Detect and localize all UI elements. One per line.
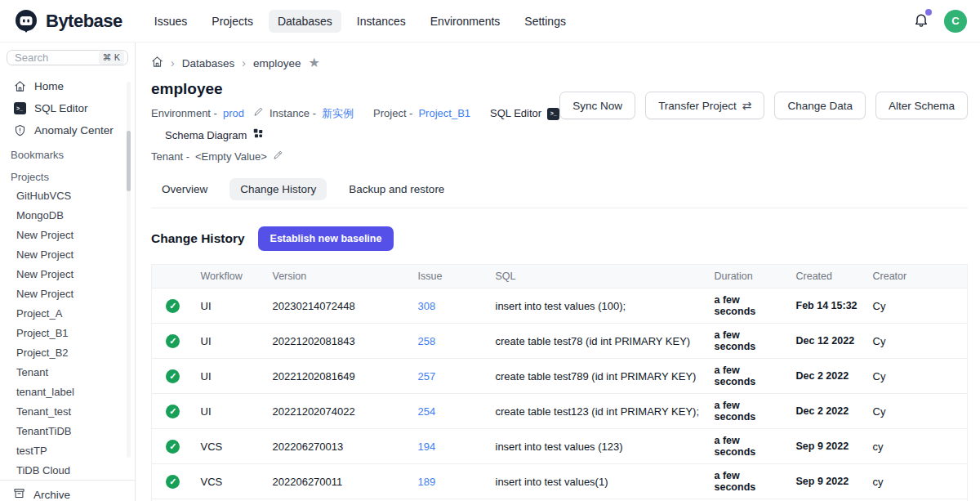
history-row[interactable]: ✓ VCS 202206270013 194 insert into test … — [152, 429, 968, 464]
sidebar-project-item[interactable]: Tenant — [0, 362, 135, 382]
breadcrumb-employee[interactable]: employee — [253, 57, 301, 69]
project-list: GitHubVCSMongoDBNew ProjectNew ProjectNe… — [0, 186, 135, 480]
history-row[interactable]: ✓ UI 20230214072448 308 insert into test… — [152, 289, 968, 324]
project-link[interactable]: Project_B1 — [418, 105, 470, 122]
creator-cell: cy — [866, 429, 968, 464]
issue-link[interactable]: 194 — [418, 441, 436, 453]
projects-section-label: Projects — [0, 163, 135, 186]
column-creator[interactable]: Creator — [866, 265, 968, 289]
tab-overview[interactable]: Overview — [151, 178, 218, 200]
nav-item-databases[interactable]: Databases — [269, 10, 341, 33]
sidebar-project-item[interactable]: testTP — [0, 441, 135, 460]
nav-item-settings[interactable]: Settings — [515, 10, 575, 33]
sql-cell: insert into test values (123) — [489, 429, 708, 464]
user-avatar[interactable]: C — [944, 10, 967, 33]
page-title: employee — [151, 80, 559, 98]
history-row[interactable]: ✓ UI 20221202081649 257 create table tes… — [152, 359, 968, 394]
sync-now-button[interactable]: Sync Now — [559, 92, 635, 119]
history-row[interactable]: ✓ UI 20221202074022 254 create table tes… — [152, 394, 968, 429]
created-cell: Dec 2 2022 — [790, 394, 866, 429]
version-cell: 20221202081843 — [266, 324, 412, 359]
success-check-icon: ✓ — [166, 405, 180, 418]
column-duration[interactable]: Duration — [708, 265, 790, 289]
environment-link[interactable]: prod — [223, 105, 244, 122]
nav-item-instances[interactable]: Instances — [348, 10, 415, 33]
sidebar-project-item[interactable]: Project_A — [0, 303, 135, 323]
tab-change-history[interactable]: Change History — [229, 178, 327, 200]
pen-icon — [253, 105, 264, 122]
sidebar-project-item[interactable]: TenantTiDB — [0, 421, 135, 441]
issue-link[interactable]: 308 — [418, 300, 436, 312]
transfer-project-button[interactable]: Transfer Project⇄ — [645, 92, 764, 119]
sql-cell: create table test78 (id int PRIMARY KEY) — [489, 324, 708, 359]
sidebar-project-item[interactable]: TiDB Cloud — [0, 460, 135, 480]
nav-item-environments[interactable]: Environments — [421, 10, 510, 33]
edit-pencil-icon[interactable] — [273, 149, 283, 165]
notification-bell-icon[interactable] — [913, 11, 929, 31]
project-label: Project - — [373, 105, 412, 122]
workflow-cell: VCS — [194, 429, 266, 464]
terminal-icon[interactable]: >_ — [547, 108, 559, 120]
sidebar-project-item[interactable]: New Project — [0, 284, 135, 303]
main-nav: Issues Projects Databases Instances Envi… — [145, 10, 575, 33]
column-sql[interactable]: SQL — [489, 265, 708, 289]
column-version[interactable]: Version — [266, 265, 412, 289]
sidebar-project-item[interactable]: tenant_label — [0, 382, 135, 401]
bytebase-logo[interactable]: Bytebase — [13, 8, 122, 34]
history-row[interactable]: ✓ VCS 202206270011 189 insert into test … — [152, 464, 968, 499]
issue-link[interactable]: 254 — [418, 405, 436, 418]
nav-item-issues[interactable]: Issues — [145, 10, 196, 33]
search-placeholder: Search — [15, 51, 99, 64]
sidebar-item-sql-editor[interactable]: >_ SQL Editor — [0, 97, 135, 119]
version-cell: 202206270013 — [266, 429, 412, 464]
sidebar-project-item[interactable]: MongoDB — [0, 205, 135, 225]
sidebar-item-label: SQL Editor — [34, 102, 88, 114]
sidebar-project-item[interactable]: Tenant_test — [0, 401, 135, 421]
schema-diagram-icon[interactable] — [252, 127, 264, 144]
favorite-star-icon[interactable]: ★ — [308, 56, 319, 69]
sidebar-item-archive[interactable]: Archive — [0, 480, 135, 501]
change-data-button[interactable]: Change Data — [774, 92, 866, 119]
tenant-label: Tenant - — [151, 149, 189, 165]
establish-baseline-button[interactable]: Establish new baseline — [258, 226, 394, 251]
created-cell: Feb 14 15:32 — [790, 289, 866, 324]
sidebar-project-item[interactable]: Project_B1 — [0, 323, 135, 342]
nav-item-projects[interactable]: Projects — [203, 10, 262, 33]
history-row[interactable]: ✓ UI 20221202081843 258 create table tes… — [152, 324, 968, 359]
tab-backup-and-restore[interactable]: Backup and restore — [338, 178, 455, 200]
terminal-icon: >_ — [13, 102, 26, 114]
breadcrumb-home-icon[interactable] — [151, 56, 163, 70]
instance-link[interactable]: 新实例 — [322, 105, 354, 122]
creator-cell: Cy — [866, 324, 968, 359]
column-status — [152, 265, 194, 289]
sql-cell: insert into test values (100); — [489, 289, 708, 324]
sidebar-project-item[interactable]: New Project — [0, 225, 135, 244]
issue-link[interactable]: 257 — [418, 370, 436, 382]
sidebar-project-item[interactable]: New Project — [0, 264, 135, 284]
column-created[interactable]: Created — [790, 265, 866, 289]
alter-schema-button[interactable]: Alter Schema — [875, 92, 968, 119]
breadcrumb-databases[interactable]: Databases — [182, 57, 235, 69]
main-content: › Databases › employee ★ employee Enviro… — [136, 42, 980, 501]
column-issue[interactable]: Issue — [412, 265, 489, 289]
search-input[interactable]: Search ⌘ K — [7, 50, 128, 65]
sidebar-item-anomaly-center[interactable]: Anomaly Center — [0, 119, 135, 141]
sidebar-project-item[interactable]: Project_B2 — [0, 342, 135, 362]
section-title: Change History — [151, 231, 245, 246]
sidebar-project-item[interactable]: New Project — [0, 244, 135, 264]
issue-link[interactable]: 258 — [418, 335, 436, 347]
created-cell: Dec 12 2022 — [790, 324, 866, 359]
notification-dot — [925, 9, 932, 16]
duration-cell: a few seconds — [708, 394, 790, 429]
column-workflow[interactable]: Workflow — [194, 265, 266, 289]
sidebar-item-home[interactable]: Home — [0, 75, 135, 97]
issue-link[interactable]: 189 — [418, 476, 436, 488]
bytebase-logo-icon — [13, 8, 39, 34]
breadcrumb: › Databases › employee ★ — [151, 56, 968, 70]
sidebar-scrollbar-thumb[interactable] — [127, 131, 131, 191]
sidebar-project-item[interactable]: GitHubVCS — [0, 186, 135, 205]
workflow-cell: UI — [194, 324, 266, 359]
history-table-body: ✓ UI 20230214072448 308 insert into test… — [152, 289, 968, 501]
duration-cell: a few seconds — [708, 359, 790, 394]
version-cell: 20221202074022 — [266, 394, 412, 429]
